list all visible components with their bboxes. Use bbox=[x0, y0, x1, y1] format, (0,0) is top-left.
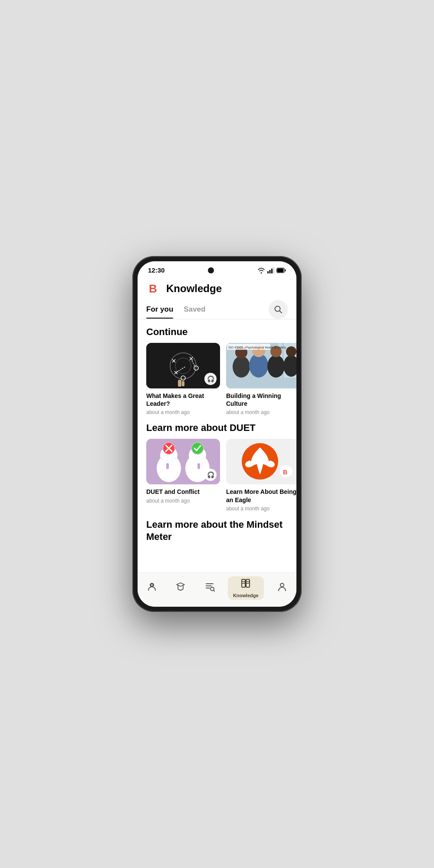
search-icon bbox=[274, 305, 283, 314]
nav-learn-icon bbox=[175, 582, 186, 595]
card-leader-time: about a month ago bbox=[146, 409, 220, 415]
phone-screen: 12:30 bbox=[138, 261, 296, 607]
eagle-bg: B bbox=[226, 439, 296, 484]
card-eagle[interactable]: B Learn More About Being an Eagle about … bbox=[226, 439, 296, 511]
status-bar: 12:30 bbox=[138, 261, 296, 276]
svg-rect-22 bbox=[178, 380, 181, 387]
card-conflict-time: about a month ago bbox=[146, 498, 220, 504]
status-time: 12:30 bbox=[148, 266, 164, 274]
svg-point-67 bbox=[280, 583, 284, 587]
svg-rect-56 bbox=[206, 583, 214, 584]
battery-icon bbox=[276, 268, 286, 273]
card-culture-time: about a month ago bbox=[226, 409, 296, 415]
search-button[interactable] bbox=[269, 300, 288, 319]
tabs-row: For you Saved bbox=[138, 300, 296, 319]
audio-badge-leader: 🎧 bbox=[204, 373, 217, 385]
mindset-section-title: Learn more about the Mindset Meter bbox=[138, 512, 296, 549]
svg-point-47 bbox=[192, 443, 203, 454]
svg-rect-49 bbox=[197, 463, 200, 469]
app-title: Knowledge bbox=[166, 283, 222, 295]
svg-line-10 bbox=[279, 311, 282, 313]
svg-rect-1 bbox=[270, 270, 271, 273]
signal-icon bbox=[267, 267, 274, 273]
bottom-nav: Knowledge bbox=[138, 572, 296, 607]
card-eagle-time: about a month ago bbox=[226, 506, 296, 512]
card-leader[interactable]: 🎧 What Makes a Great Leader? about a mon… bbox=[146, 343, 220, 415]
camera-notch bbox=[208, 267, 214, 273]
wifi-icon bbox=[257, 267, 265, 273]
svg-rect-48 bbox=[166, 463, 169, 469]
continue-cards-row: 🎧 What Makes a Great Leader? about a mon… bbox=[138, 343, 296, 415]
card-culture[interactable]: ISO 45003 - Psychological Health & Safet… bbox=[226, 343, 296, 415]
svg-text:ISO 45003 - Psychological Heal: ISO 45003 - Psychological Health & Safet… bbox=[228, 346, 286, 349]
card-conflict[interactable]: 🎧 DUET and Conflict about a month ago bbox=[146, 439, 220, 511]
people-img: ISO 45003 - Psychological Health & Safet… bbox=[226, 343, 296, 388]
card-culture-image: ISO 45003 - Psychological Health & Safet… bbox=[226, 343, 296, 388]
duet-section-title: Learn more about DUET bbox=[138, 415, 296, 439]
nav-knowledge-label: Knowledge bbox=[233, 593, 259, 598]
scroll-content[interactable]: Continue bbox=[138, 319, 296, 572]
tab-for-you[interactable]: For you bbox=[146, 301, 173, 318]
app-logo-icon: B bbox=[146, 281, 162, 296]
nav-knowledge-icon bbox=[240, 578, 251, 591]
tab-saved[interactable]: Saved bbox=[184, 301, 205, 318]
card-eagle-image: B bbox=[226, 439, 296, 484]
nav-home-icon bbox=[147, 582, 157, 595]
svg-rect-5 bbox=[285, 269, 286, 271]
app-header: B Knowledge bbox=[138, 276, 296, 300]
nav-home[interactable] bbox=[141, 580, 162, 596]
card-eagle-title: Learn More About Being an Eagle bbox=[226, 488, 296, 503]
nav-search-icon bbox=[204, 582, 215, 595]
nav-profile-icon bbox=[277, 582, 287, 595]
continue-section-title: Continue bbox=[138, 319, 296, 343]
svg-text:B: B bbox=[149, 282, 157, 295]
card-conflict-image: 🎧 bbox=[146, 439, 220, 484]
card-leader-title: What Makes a Great Leader? bbox=[146, 392, 220, 408]
card-conflict-title: DUET and Conflict bbox=[146, 488, 220, 496]
svg-line-60 bbox=[214, 590, 214, 591]
svg-text:B: B bbox=[283, 469, 287, 476]
card-leader-image: 🎧 bbox=[146, 343, 220, 388]
svg-rect-23 bbox=[182, 381, 184, 386]
status-icons bbox=[257, 267, 286, 273]
svg-rect-6 bbox=[277, 268, 284, 272]
card-culture-title: Building a Winning Culture bbox=[226, 392, 296, 408]
nav-knowledge[interactable]: Knowledge bbox=[228, 576, 264, 600]
svg-rect-58 bbox=[206, 588, 210, 589]
phone-frame: 12:30 bbox=[132, 256, 302, 612]
svg-point-31 bbox=[267, 355, 285, 378]
svg-point-34 bbox=[286, 346, 296, 357]
duet-cards-row: 🎧 DUET and Conflict about a month ago bbox=[138, 439, 296, 511]
nav-search[interactable] bbox=[199, 580, 220, 596]
svg-rect-57 bbox=[206, 585, 212, 586]
svg-rect-3 bbox=[273, 267, 275, 273]
eagle-illustration-icon: B bbox=[226, 439, 296, 484]
svg-point-55 bbox=[151, 584, 153, 586]
svg-rect-0 bbox=[267, 271, 269, 273]
nav-learn[interactable] bbox=[170, 580, 191, 596]
people-illustration-icon: ISO 45003 - Psychological Health & Safet… bbox=[226, 343, 296, 388]
svg-point-27 bbox=[233, 356, 250, 378]
svg-rect-2 bbox=[271, 269, 273, 273]
nav-profile[interactable] bbox=[272, 580, 293, 596]
